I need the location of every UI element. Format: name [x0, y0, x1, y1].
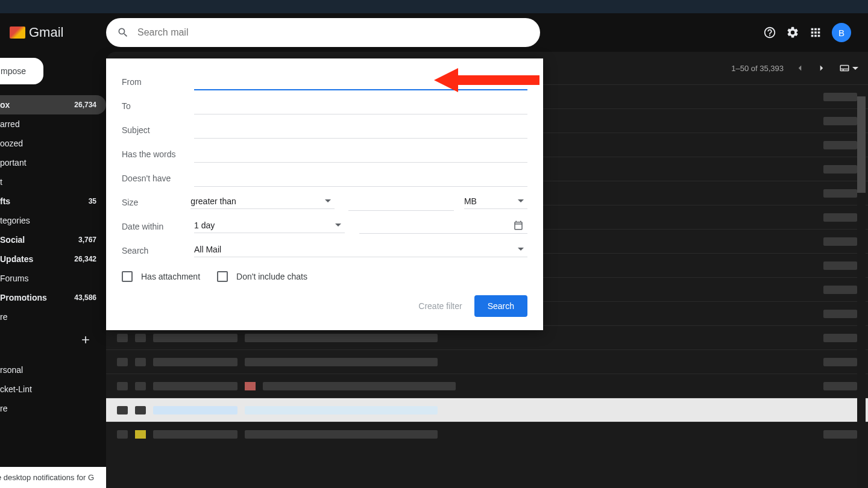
subject-label: Subject — [122, 125, 194, 135]
to-label: To — [122, 101, 194, 111]
sidebar-item-updates[interactable]: Updates26,342 — [0, 249, 106, 269]
account-avatar[interactable]: B — [832, 23, 851, 42]
doesnt-have-input[interactable] — [194, 170, 527, 187]
gear-icon[interactable] — [786, 26, 799, 39]
app-name: Gmail — [29, 25, 63, 40]
help-icon[interactable] — [763, 26, 776, 39]
sidebar-item-social[interactable]: Social3,767 — [0, 230, 106, 249]
has-attachment-checkbox[interactable]: Has attachment — [122, 271, 200, 282]
sidebar-item-more[interactable]: re — [0, 307, 106, 327]
chevron-down-icon — [518, 199, 524, 202]
scrollbar-thumb[interactable] — [857, 96, 866, 193]
desktop-notification-banner[interactable]: le desktop notifications for G — [0, 467, 106, 488]
prev-page-icon[interactable] — [794, 63, 805, 74]
table-row[interactable] — [106, 398, 868, 422]
from-label: From — [122, 77, 194, 87]
gmail-icon — [10, 27, 25, 39]
sidebar-item-categories[interactable]: tegories — [0, 211, 106, 230]
advanced-search-panel: From To Subject Has the words Doesn't ha… — [106, 58, 543, 330]
table-row[interactable] — [106, 374, 868, 398]
size-operator-select[interactable]: greater than — [190, 196, 335, 209]
table-row[interactable] — [106, 422, 868, 446]
browser-url-bar — [0, 0, 868, 13]
to-input[interactable] — [194, 98, 527, 114]
size-label: Size — [122, 198, 190, 207]
page-range: 1–50 of 35,393 — [731, 64, 784, 73]
date-within-select[interactable]: 1 day — [194, 221, 345, 233]
create-filter-button[interactable]: Create filter — [418, 301, 462, 311]
apps-grid-icon[interactable] — [809, 26, 822, 39]
sidebar-item-drafts[interactable]: fts35 — [0, 192, 106, 211]
sidebar-item-snoozed[interactable]: oozed — [0, 134, 106, 153]
subject-input[interactable] — [194, 122, 527, 139]
sidebar-label-pocketlint[interactable]: cket-Lint — [0, 380, 106, 399]
size-unit-select[interactable]: MB — [464, 196, 527, 209]
checkbox-icon — [217, 271, 228, 282]
dont-include-chats-checkbox[interactable]: Don't include chats — [217, 271, 307, 282]
search-in-label: Search — [122, 246, 194, 255]
has-words-input[interactable] — [194, 146, 527, 163]
calendar-icon — [513, 220, 524, 231]
checkbox-icon — [122, 271, 133, 282]
sidebar: mpose ox 26,734 arred oozed portant t ft… — [0, 52, 106, 488]
search-icon — [117, 27, 129, 39]
sidebar-item-forums[interactable]: Forums — [0, 269, 106, 288]
app-header: Gmail B — [0, 13, 868, 52]
sidebar-item-label: ox — [0, 100, 10, 110]
compose-button[interactable]: mpose — [0, 58, 43, 84]
from-input[interactable] — [194, 74, 527, 90]
table-row[interactable] — [106, 349, 868, 374]
date-within-label: Date within — [122, 222, 194, 231]
sidebar-item-important[interactable]: portant — [0, 153, 106, 172]
search-button[interactable]: Search — [474, 295, 527, 317]
input-tools-button[interactable] — [838, 63, 858, 74]
chevron-down-icon — [325, 199, 331, 202]
doesnt-have-label: Doesn't have — [122, 174, 194, 183]
search-bar[interactable] — [106, 18, 540, 47]
chevron-down-icon — [335, 224, 341, 227]
search-input[interactable] — [137, 27, 529, 38]
search-in-select[interactable]: All Mail — [194, 245, 527, 257]
size-value-input[interactable] — [348, 194, 454, 211]
sidebar-item-sent[interactable]: t — [0, 172, 106, 192]
chevron-down-icon — [518, 248, 524, 251]
sidebar-label-more[interactable]: re — [0, 399, 106, 418]
sidebar-item-starred[interactable]: arred — [0, 114, 106, 134]
has-words-label: Has the words — [122, 149, 194, 159]
add-label-icon[interactable] — [80, 334, 92, 346]
sidebar-item-promotions[interactable]: Promotions43,586 — [0, 288, 106, 307]
sidebar-item-count: 26,734 — [74, 101, 96, 109]
gmail-logo[interactable]: Gmail — [10, 25, 106, 40]
date-picker[interactable] — [359, 220, 527, 234]
next-page-icon[interactable] — [816, 63, 827, 74]
sidebar-label-personal[interactable]: rsonal — [0, 360, 106, 380]
sidebar-item-inbox[interactable]: ox 26,734 — [0, 95, 106, 114]
